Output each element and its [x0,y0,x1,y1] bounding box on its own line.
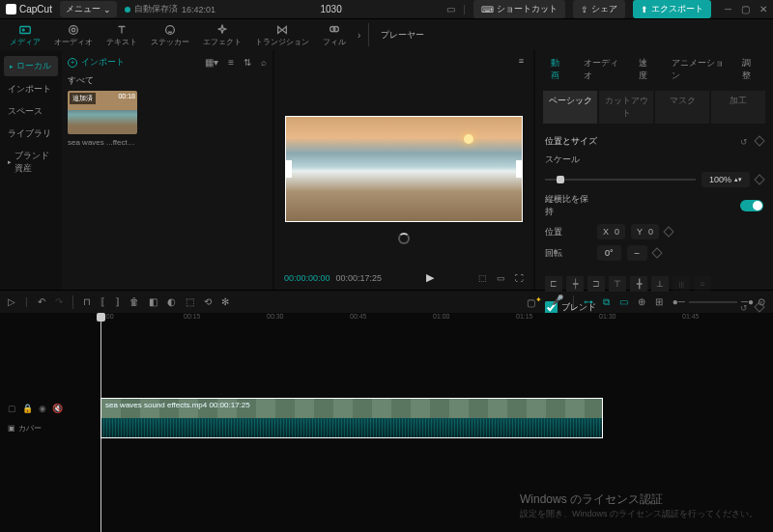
sidebar-item-local[interactable]: ▸ローカル [4,56,58,76]
export-button[interactable]: ⬆エクスポート [633,0,711,18]
tab-sticker[interactable]: ステッカー [145,21,195,49]
tool-icon[interactable]: ◧ [149,296,157,307]
sort-icon[interactable]: ⇅ [243,57,251,68]
align-top-icon[interactable]: ⊤ [609,276,626,292]
import-button[interactable]: +インポート [68,56,125,69]
ribbon-more-icon[interactable]: › [354,30,364,41]
zoom-out-icon[interactable]: ●─ [673,296,685,307]
timeline[interactable]: 0:00 00:15 00:30 00:45 01:00 01:15 01:30… [0,313,773,532]
select-tool-icon[interactable]: ▷ [8,296,15,307]
trim-left-icon[interactable]: ⟦ [100,296,105,307]
minimize-button[interactable]: ─ [725,4,731,14]
track-settings-icon[interactable]: ▢ [8,404,16,413]
link-icon[interactable]: ⧉ [603,296,610,308]
reset-icon[interactable]: ↺ [740,137,748,147]
pos-y-input[interactable]: Y0 [631,224,659,239]
scale-value[interactable]: 100%▴▾ [701,172,750,187]
prop-tab-speed[interactable]: 速度 [631,54,662,85]
sidebar-item-import[interactable]: インポート [0,78,62,100]
menu-button[interactable]: メニュー⌄ [60,1,117,17]
subtab-mask[interactable]: マスク [655,91,709,124]
rotate-value[interactable]: 0° [597,245,621,261]
keyframe-icon[interactable] [651,247,662,258]
crop-tool-icon[interactable]: ⬚ [186,296,194,307]
crop-icon[interactable]: ⬚ [478,273,487,283]
tab-effect[interactable]: エフェクト [197,21,247,49]
align-vcenter-icon[interactable]: ╋ [630,276,647,292]
pos-x-input[interactable]: X0 [597,224,625,239]
zoom-slider[interactable] [689,301,737,303]
fullscreen-icon[interactable]: ⛶ [515,273,524,283]
title-bar: CapCut メニュー⌄ 自動保存済 16:42:01 1030 ▭ | ⌨ショ… [0,0,773,19]
mirror-icon[interactable]: ◐ [167,296,176,307]
split-icon[interactable]: ⊓ [83,296,91,307]
reverse-icon[interactable]: ⟲ [204,296,212,307]
prop-tab-audio[interactable]: オーディオ [576,54,629,85]
maximize-button[interactable]: ▢ [741,4,750,14]
visibility-icon[interactable]: ◉ [39,404,46,413]
play-button[interactable]: ▶ [426,271,434,284]
dist-v-icon[interactable]: ≡ [694,276,711,292]
track-icon[interactable]: ⊞ [655,296,663,307]
mute-icon[interactable]: 🔇 [52,404,63,413]
sidebar-item-library[interactable]: ライブラリ [0,123,62,145]
zoom-in-icon[interactable]: ─● [741,296,754,307]
sidebar-item-space[interactable]: スペース [0,100,62,123]
scale-slider[interactable] [545,179,696,181]
undo-icon[interactable]: ↶ [38,296,45,307]
keyframe-icon[interactable] [754,135,764,146]
app-logo: CapCut [6,4,52,14]
delete-icon[interactable]: 🗑 [129,296,139,307]
sidebar-item-brand[interactable]: ▸ブランド資産 [0,145,62,180]
freeze-icon[interactable]: ✻ [221,296,229,307]
timeline-clip[interactable]: sea waves sound effects.mp4 00:00:17:25 [100,398,603,438]
tab-audio[interactable]: オーディオ [48,21,99,49]
align-right-icon[interactable]: ⊐ [587,276,605,292]
tab-media[interactable]: メディア [4,21,46,49]
preview-cut-icon[interactable]: ▭ [619,296,628,308]
subtab-cutout[interactable]: カットアウト [599,91,653,124]
cover-button[interactable]: ▣カバー [8,423,93,434]
prop-tab-video[interactable]: 動画 [543,54,574,85]
view-grid-icon[interactable]: ▦▾ [205,57,218,68]
marker-icon[interactable]: ⊕ [638,296,645,307]
ratio-icon[interactable]: ▭ [497,273,505,283]
aspect-toggle[interactable] [740,200,763,211]
search-icon[interactable]: ⌕ [261,57,267,68]
align-bottom-icon[interactable]: ⊥ [651,276,669,292]
resize-handle-left[interactable] [285,160,292,178]
mic-badge-icon[interactable]: ▢✦ [527,294,542,308]
player-menu-icon[interactable]: ≡ [519,56,524,66]
media-thumbnail[interactable]: 追加済 00:18 sea waves ...ffects.mp4 [68,91,137,147]
prop-tab-anim[interactable]: アニメーション [664,54,732,85]
video-preview[interactable] [285,116,523,222]
subtab-basic[interactable]: ベーシック [543,91,597,124]
autosave-status: 自動保存済 16:42:01 [125,3,215,15]
dist-h-icon[interactable]: ⫼ [673,276,690,292]
trim-right-icon[interactable]: ⟧ [115,296,120,307]
align-left-icon[interactable]: ⊏ [545,276,562,292]
keyframe-icon[interactable] [754,174,764,184]
prop-tab-adjust[interactable]: 調整 [734,54,765,85]
rotate-dash[interactable]: – [627,245,647,261]
mic-icon[interactable]: 🎤 [552,294,563,308]
magnet-icon[interactable]: ⊶ [584,296,593,308]
close-button[interactable]: ✕ [759,4,767,14]
resize-handle-right[interactable] [516,160,523,178]
share-button[interactable]: ⇪シェア [573,0,625,18]
shortcut-button[interactable]: ⌨ショートカット [473,0,565,18]
scale-label: スケール [545,154,591,166]
align-hcenter-icon[interactable]: ┿ [566,276,584,292]
lock-icon[interactable]: 🔒 [22,404,33,413]
svg-point-1 [22,29,24,31]
tab-text[interactable]: テキスト [100,21,143,49]
subtab-process[interactable]: 加工 [711,91,765,124]
redo-icon[interactable]: ↷ [55,296,63,307]
tab-filter[interactable]: フィル [317,21,352,49]
tab-transition[interactable]: トランジション [249,21,315,49]
aspect-label: 縦横比を保持 [545,193,591,218]
layout-icon[interactable]: ▭ [446,4,455,14]
view-list-icon[interactable]: ≡ [228,57,234,68]
keyframe-icon[interactable] [663,226,673,237]
time-ruler[interactable]: 0:00 00:15 00:30 00:45 01:00 01:15 01:30… [100,313,773,326]
